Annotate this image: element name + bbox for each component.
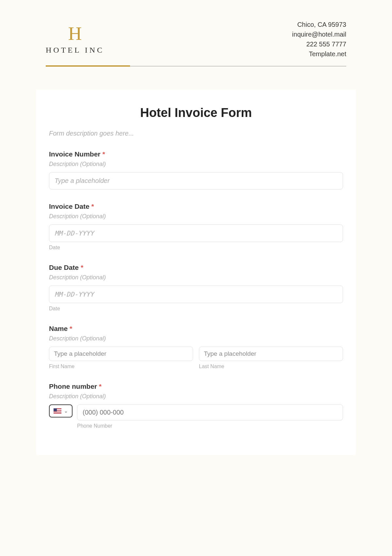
name-label: Name * <box>49 325 343 333</box>
logo: H HOTEL INC <box>46 24 104 55</box>
invoice-date-sublabel: Date <box>49 245 343 251</box>
us-flag-icon <box>54 408 61 414</box>
required-mark: * <box>70 325 72 332</box>
form-title: Hotel Invoice Form <box>36 106 356 120</box>
phone-sublabel: Phone Number <box>77 423 343 429</box>
invoice-date-desc: Description (Optional) <box>49 213 343 220</box>
invoice-number-desc: Description (Optional) <box>49 161 343 168</box>
phone-desc: Description (Optional) <box>49 393 343 400</box>
due-date-label: Due Date * <box>49 264 343 271</box>
invoice-number-label: Invoice Number * <box>49 150 343 158</box>
required-mark: * <box>99 383 102 390</box>
last-name-sublabel: Last Name <box>199 364 343 369</box>
form-description: Form description goes here... <box>36 130 356 137</box>
chevron-down-icon: ⌄ <box>64 408 68 414</box>
due-date-input[interactable] <box>49 286 343 303</box>
due-date-desc: Description (Optional) <box>49 274 343 281</box>
header-divider <box>46 65 346 67</box>
invoice-date-label: Invoice Date * <box>49 203 343 210</box>
first-name-input[interactable] <box>49 347 193 361</box>
due-date-field: Due Date * Description (Optional) Date <box>36 264 356 312</box>
required-mark: * <box>81 264 83 271</box>
contact-address: Chico, CA 95973 <box>292 20 346 29</box>
contact-info: Chico, CA 95973 inquire@hotel.mail 222 5… <box>292 20 346 59</box>
phone-number-input[interactable] <box>77 404 343 420</box>
required-mark: * <box>102 150 105 158</box>
invoice-date-input[interactable] <box>49 224 343 242</box>
country-code-select[interactable]: ⌄ <box>49 404 73 417</box>
invoice-number-field: Invoice Number * Description (Optional) <box>36 150 356 189</box>
contact-site: Template.net <box>292 49 346 59</box>
name-desc: Description (Optional) <box>49 335 343 342</box>
invoice-number-input[interactable] <box>49 172 343 189</box>
name-field: Name * Description (Optional) First Name… <box>36 325 356 369</box>
logo-icon: H <box>68 24 82 43</box>
invoice-date-field: Invoice Date * Description (Optional) Da… <box>36 203 356 251</box>
form-container: Hotel Invoice Form Form description goes… <box>36 90 356 455</box>
logo-text: HOTEL INC <box>46 46 104 55</box>
contact-email: inquire@hotel.mail <box>292 29 346 39</box>
phone-label: Phone number * <box>49 383 343 390</box>
contact-phone: 222 555 7777 <box>292 39 346 49</box>
header: H HOTEL INC Chico, CA 95973 inquire@hote… <box>0 0 392 65</box>
due-date-sublabel: Date <box>49 306 343 312</box>
required-mark: * <box>91 203 94 210</box>
last-name-input[interactable] <box>199 347 343 361</box>
phone-field: Phone number * Description (Optional) ⌄ … <box>36 383 356 429</box>
first-name-sublabel: First Name <box>49 364 193 369</box>
